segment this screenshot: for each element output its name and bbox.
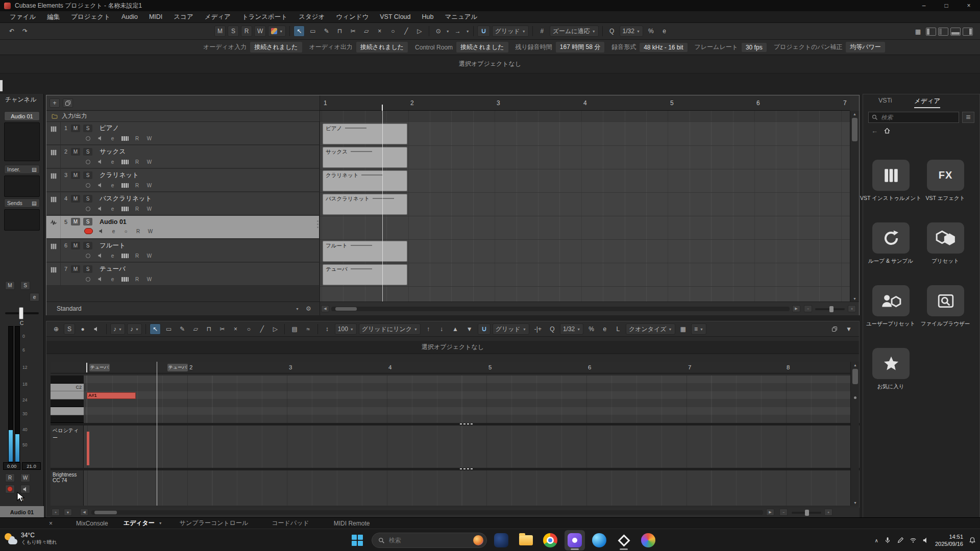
- track-row-6[interactable]: 6 M S フルート e R W: [46, 239, 319, 262]
- editor-snap-button[interactable]: [478, 323, 491, 335]
- menu-item-media[interactable]: メディア: [199, 13, 236, 21]
- track-row-2[interactable]: 2 M S サックス e R W: [46, 145, 319, 168]
- channel-write-button[interactable]: W: [20, 473, 30, 482]
- scroll-right-icon[interactable]: ▶: [766, 509, 774, 516]
- channel-read-button[interactable]: R: [5, 473, 15, 482]
- track-row-4[interactable]: 4 M S バスクラリネット e R W: [46, 192, 319, 215]
- menu-item-project[interactable]: プロジェクト: [65, 13, 116, 21]
- home-icon[interactable]: [884, 127, 891, 134]
- record-enable-button[interactable]: [84, 252, 92, 259]
- solo-button[interactable]: S: [83, 171, 92, 179]
- recording-app-icon[interactable]: [565, 530, 585, 550]
- quantize-panel-button[interactable]: e: [659, 26, 670, 37]
- write-automation-button[interactable]: W: [145, 135, 153, 142]
- part-borders-icon[interactable]: ▦: [677, 323, 689, 335]
- redo-button[interactable]: ↷: [19, 26, 31, 37]
- write-automation-button[interactable]: W: [145, 276, 153, 283]
- note-display-dropdown[interactable]: ♪▼: [110, 323, 125, 335]
- search-input[interactable]: [881, 114, 955, 120]
- monitor-button[interactable]: [96, 182, 104, 189]
- menu-item-studio[interactable]: スタジオ: [293, 13, 330, 21]
- piano-keyboard[interactable]: C2: [51, 375, 84, 423]
- taskbar-weather-widget[interactable]: 34°C くもり時々晴れ: [4, 532, 57, 546]
- window-layout-setup-icon[interactable]: ▦: [912, 26, 924, 37]
- right-zone-toggle[interactable]: [963, 28, 973, 36]
- automation-write-button[interactable]: W: [254, 26, 266, 37]
- tile-user-presets[interactable]: [872, 285, 910, 316]
- editor-setup-icon[interactable]: ▼: [843, 323, 855, 335]
- wifi-icon[interactable]: [910, 537, 917, 544]
- line-tool[interactable]: ╱: [401, 26, 412, 37]
- tile-file-browser[interactable]: [927, 285, 964, 316]
- acoustic-feedback-button[interactable]: [90, 323, 103, 335]
- record-enable-button[interactable]: [84, 158, 92, 165]
- scrollbar-track[interactable]: [331, 307, 790, 311]
- color-tool-dropdown[interactable]: ▼: [268, 26, 286, 37]
- velocity-bar[interactable]: [87, 432, 89, 465]
- length-quantize-dropdown[interactable]: クオンタイズ▼: [626, 323, 675, 335]
- volume-icon[interactable]: [922, 537, 929, 544]
- playhead-handle[interactable]: [382, 105, 383, 111]
- media-search-box[interactable]: [868, 112, 959, 123]
- fader-handle[interactable]: [19, 307, 23, 319]
- editor-zoom-tool[interactable]: ○: [243, 323, 254, 335]
- channel-mute-button[interactable]: M: [5, 281, 15, 290]
- record-enable-button[interactable]: [84, 135, 92, 142]
- track-row-1[interactable]: 1 M S ピアノ e R W: [46, 122, 319, 145]
- sends-button[interactable]: Sends▤: [4, 198, 40, 208]
- channel-track-name[interactable]: Audio 01: [4, 111, 40, 121]
- menu-item-transport[interactable]: トランスポート: [236, 13, 293, 21]
- note-color-dropdown[interactable]: ♪▼: [127, 323, 142, 335]
- scrollbar-thumb[interactable]: [335, 307, 357, 311]
- channel-record-button[interactable]: [5, 485, 15, 493]
- mute-button[interactable]: M: [71, 195, 80, 203]
- open-instrument-button[interactable]: [121, 276, 129, 283]
- editor-draw-tool[interactable]: ✎: [177, 323, 188, 335]
- edit-channel-button[interactable]: e: [109, 135, 116, 142]
- record-in-editor-button[interactable]: ●: [77, 323, 88, 335]
- tab-sampler-control[interactable]: サンプラーコントロール: [180, 519, 249, 528]
- scroll-down-icon[interactable]: ▼: [850, 295, 859, 302]
- object-selection-tool[interactable]: ↖: [293, 26, 305, 37]
- mute-tool[interactable]: ×: [374, 26, 385, 37]
- draw-tool[interactable]: ✎: [321, 26, 332, 37]
- range-selection-tool[interactable]: ▭: [307, 26, 318, 37]
- iterative-quantize-button[interactable]: %: [645, 26, 657, 37]
- tile-presets[interactable]: [927, 222, 964, 254]
- lane-resize-handle[interactable]: [460, 468, 474, 469]
- open-instrument-button[interactable]: [121, 158, 129, 165]
- maximize-button[interactable]: □: [935, 0, 958, 11]
- edit-channel-button[interactable]: e: [109, 182, 116, 189]
- monitor-button[interactable]: [96, 276, 104, 283]
- clip-piano[interactable]: ピアノ: [323, 123, 407, 144]
- add-controller-lane-button[interactable]: +: [52, 509, 60, 516]
- global-solo-button[interactable]: S: [228, 26, 239, 37]
- menu-item-midi[interactable]: MIDI: [143, 13, 168, 20]
- write-automation-button[interactable]: W: [145, 205, 153, 212]
- zoom-out-button[interactable]: −: [779, 509, 788, 516]
- menu-item-audio[interactable]: Audio: [116, 13, 143, 20]
- menu-item-hub[interactable]: Hub: [416, 13, 439, 20]
- scroll-down-icon[interactable]: ▼: [851, 499, 860, 506]
- scroll-left-icon[interactable]: ◀: [321, 305, 329, 312]
- monitor-button[interactable]: [97, 228, 105, 235]
- gear-icon[interactable]: ⚙: [306, 305, 311, 312]
- solo-editor-button[interactable]: S: [64, 323, 75, 335]
- snap-type-dropdown[interactable]: グリッド▼: [492, 26, 529, 37]
- solo-button[interactable]: S: [83, 148, 92, 156]
- comment-bubble-icon[interactable]: ⊙: [433, 26, 444, 37]
- zoom-tool[interactable]: ○: [387, 26, 399, 37]
- track-row-5-selected[interactable]: 5 M S Audio 01 e ○ R W: [46, 216, 319, 239]
- transpose-octave-up-icon[interactable]: ▲: [449, 323, 461, 335]
- menu-item-manual[interactable]: マニュアル: [439, 13, 483, 21]
- scrollbar-track[interactable]: [91, 510, 763, 515]
- editor-object-selection-tool[interactable]: ↖: [150, 323, 161, 335]
- editor-range-tool[interactable]: ▭: [163, 323, 175, 335]
- left-zone-handle[interactable]: [0, 80, 3, 91]
- track-name[interactable]: サックス: [100, 147, 126, 156]
- clip-flute[interactable]: フルート: [323, 241, 407, 262]
- mute-button[interactable]: M: [71, 265, 80, 273]
- mute-button[interactable]: M: [71, 148, 80, 156]
- edit-channel-button[interactable]: e: [109, 158, 116, 165]
- edit-channel-button[interactable]: e: [110, 228, 117, 235]
